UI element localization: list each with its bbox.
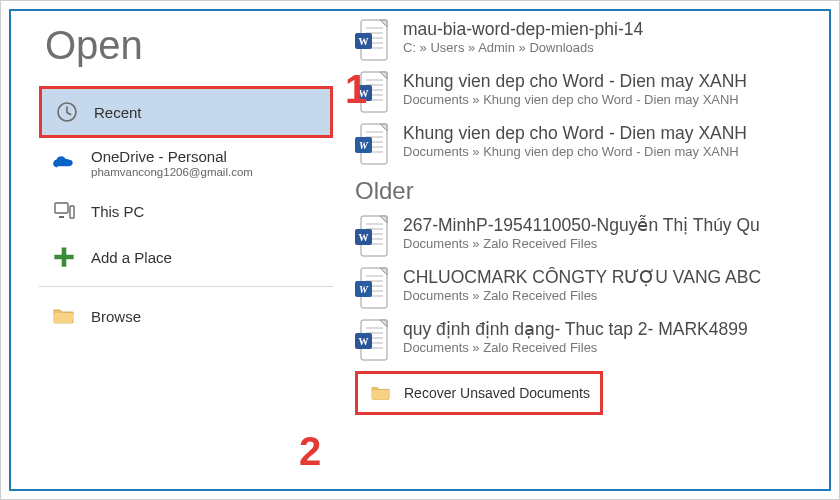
file-path: Documents » Khung vien dep cho Word - Di… [403, 92, 747, 107]
file-item[interactable]: W mau-bia-word-dep-mien-phi-14 C: » User… [355, 19, 829, 61]
file-title: Khung vien dep cho Word - Dien may XANH [403, 123, 747, 144]
svg-rect-1 [55, 203, 68, 213]
sidebar-item-onedrive[interactable]: OneDrive - Personal phamvancong1206@gmai… [39, 138, 333, 188]
file-title: mau-bia-word-dep-mien-phi-14 [403, 19, 643, 40]
sidebar-item-thispc[interactable]: This PC [39, 188, 333, 234]
file-item[interactable]: W Khung vien dep cho Word - Dien may XAN… [355, 71, 829, 113]
file-title: quy định định dạng- Thuc tap 2- MARK4899 [403, 319, 748, 340]
locations-sidebar: Open Recent OneDrive - Personal phamvanc… [11, 11, 351, 489]
older-files-list: W 267-MinhP-1954110050-Nguyễn Thị Thúy Q… [355, 215, 829, 361]
word-file-icon: W [355, 19, 389, 61]
sidebar-item-browse[interactable]: Browse [39, 293, 333, 339]
sidebar-item-addplace[interactable]: Add a Place [39, 234, 333, 280]
svg-text:W: W [359, 284, 369, 295]
onedrive-icon [51, 150, 77, 176]
svg-rect-3 [70, 206, 74, 218]
word-file-icon: W [355, 215, 389, 257]
sidebar-item-label: Recent [94, 104, 142, 121]
divider [39, 286, 333, 287]
svg-text:W: W [359, 140, 369, 151]
recover-unsaved-button[interactable]: Recover Unsaved Documents [355, 371, 603, 415]
pc-icon [51, 198, 77, 224]
file-title: Khung vien dep cho Word - Dien may XANH [403, 71, 747, 92]
file-title: 267-MinhP-1954110050-Nguyễn Thị Thúy Qu [403, 215, 760, 236]
file-list-panel: W mau-bia-word-dep-mien-phi-14 C: » User… [351, 11, 829, 489]
sidebar-item-label: Add a Place [91, 249, 172, 266]
sidebar-item-label: OneDrive - Personal [91, 148, 253, 165]
word-file-icon: W [355, 71, 389, 113]
file-item[interactable]: W quy định định dạng- Thuc tap 2- MARK48… [355, 319, 829, 361]
file-path: Documents » Khung vien dep cho Word - Di… [403, 144, 747, 159]
file-path: Documents » Zalo Received Files [403, 288, 761, 303]
sidebar-item-recent[interactable]: Recent [39, 86, 333, 138]
file-path: Documents » Zalo Received Files [403, 236, 760, 251]
recover-label: Recover Unsaved Documents [404, 385, 590, 401]
svg-text:W: W [359, 336, 369, 347]
svg-rect-2 [59, 216, 64, 218]
folder-icon [51, 303, 77, 329]
sidebar-item-label: Browse [91, 308, 141, 325]
file-path: Documents » Zalo Received Files [403, 340, 748, 355]
svg-text:W: W [359, 36, 369, 47]
file-item[interactable]: W Khung vien dep cho Word - Dien may XAN… [355, 123, 829, 165]
sidebar-item-sublabel: phamvancong1206@gmail.com [91, 166, 253, 178]
word-file-icon: W [355, 123, 389, 165]
folder-icon [368, 380, 394, 406]
word-file-icon: W [355, 267, 389, 309]
sidebar-item-label: This PC [91, 203, 144, 220]
plus-icon [51, 244, 77, 270]
file-title: CHLUOCMARK CÔNGTY RƯỢU VANG ABC [403, 267, 761, 288]
page-title: Open [45, 23, 333, 68]
file-item[interactable]: W CHLUOCMARK CÔNGTY RƯỢU VANG ABC Docume… [355, 267, 829, 309]
svg-text:W: W [359, 88, 369, 99]
word-file-icon: W [355, 319, 389, 361]
svg-text:W: W [359, 232, 369, 243]
recent-files-list: W mau-bia-word-dep-mien-phi-14 C: » User… [355, 19, 829, 165]
file-path: C: » Users » Admin » Downloads [403, 40, 643, 55]
clock-icon [54, 99, 80, 125]
older-section-header: Older [355, 177, 829, 205]
file-item[interactable]: W 267-MinhP-1954110050-Nguyễn Thị Thúy Q… [355, 215, 829, 257]
